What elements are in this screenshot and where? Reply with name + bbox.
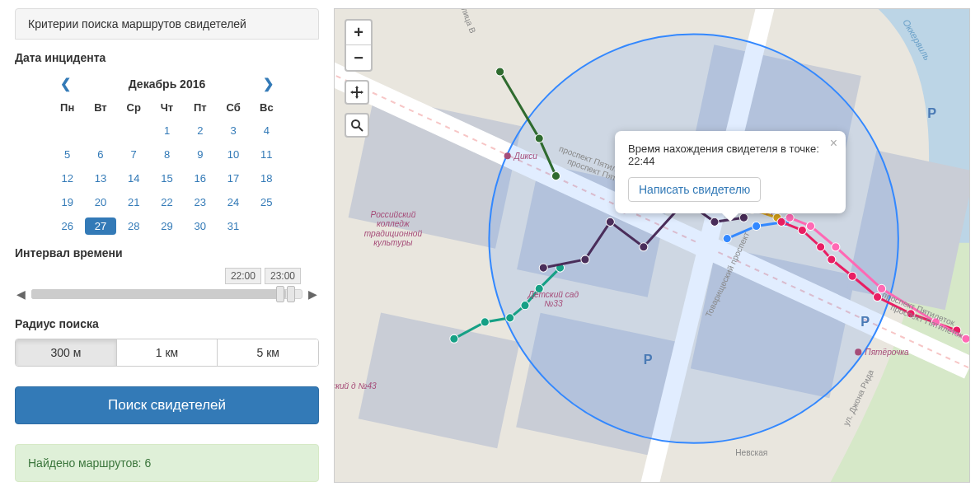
map-pane[interactable]: ДиксиМагнитДиксиПятёрочкаРоссийскийколле… xyxy=(334,8,970,483)
svg-point-11 xyxy=(551,172,560,180)
svg-point-29 xyxy=(753,222,761,230)
search-button[interactable]: Поиск свидетелей xyxy=(15,386,319,424)
radius-group: 300 м1 км5 км xyxy=(15,339,319,367)
calendar-day[interactable]: 11 xyxy=(251,146,282,163)
calendar-day[interactable]: 9 xyxy=(185,146,216,163)
svg-point-10 xyxy=(535,134,543,143)
move-icon xyxy=(350,86,363,99)
slider-fill xyxy=(31,289,286,299)
calendar-day[interactable]: 27 xyxy=(85,217,116,235)
slider-handle-to[interactable] xyxy=(287,286,295,302)
svg-point-44 xyxy=(962,334,969,343)
calendar-day[interactable]: 28 xyxy=(118,217,149,235)
svg-text:P: P xyxy=(927,105,936,120)
calendar-day[interactable]: 18 xyxy=(251,170,282,187)
svg-point-28 xyxy=(723,235,731,243)
calendar-day[interactable]: 16 xyxy=(185,170,216,187)
calendar-next-icon[interactable]: ❯ xyxy=(255,72,282,95)
calendar-day[interactable]: 12 xyxy=(52,170,83,187)
radius-label: Радиус поиска xyxy=(15,317,319,330)
calendar-title: Декабрь 2016 xyxy=(129,77,206,91)
calendar-day[interactable]: 24 xyxy=(218,194,249,211)
svg-point-15 xyxy=(521,302,529,310)
calendar-day[interactable]: 3 xyxy=(218,122,249,139)
calendar-day[interactable]: 4 xyxy=(251,122,282,139)
calendar-day[interactable]: 7 xyxy=(118,146,149,163)
zoom-control: + − xyxy=(345,19,373,72)
svg-point-35 xyxy=(848,272,856,280)
calendar-day[interactable]: 6 xyxy=(85,146,116,163)
calendar-day[interactable]: 30 xyxy=(185,217,216,235)
calendar-day[interactable]: 20 xyxy=(85,194,116,211)
calendar-day[interactable]: 25 xyxy=(251,194,282,211)
calendar-day[interactable]: 29 xyxy=(151,217,182,235)
svg-point-9 xyxy=(496,68,504,76)
calendar-day[interactable]: 15 xyxy=(151,170,182,187)
calendar-day[interactable]: 21 xyxy=(118,194,149,211)
svg-text:Дикси: Дикси xyxy=(513,152,537,161)
witness-popup: × Время нахождения свидетеля в точке: 22… xyxy=(615,131,846,213)
calendar-day[interactable]: 8 xyxy=(151,146,182,163)
map-search-button[interactable] xyxy=(345,113,369,138)
svg-point-32 xyxy=(798,226,806,234)
calendar-day[interactable]: 22 xyxy=(151,194,182,211)
svg-point-23 xyxy=(710,217,719,226)
calendar-dow: Ср xyxy=(118,100,149,115)
radius-option[interactable]: 5 км xyxy=(218,339,318,366)
zoom-in-button[interactable]: + xyxy=(346,21,371,45)
calendar-day[interactable]: 17 xyxy=(218,170,249,187)
svg-point-41 xyxy=(832,243,840,251)
map-canvas[interactable]: ДиксиМагнитДиксиПятёрочкаРоссийскийколле… xyxy=(335,9,969,483)
svg-point-18 xyxy=(539,264,547,272)
calendar-day[interactable]: 26 xyxy=(52,217,83,235)
slider-left-icon[interactable]: ◀ xyxy=(16,288,26,301)
svg-text:культуры: культуры xyxy=(373,238,413,247)
close-icon[interactable]: × xyxy=(830,136,837,151)
svg-text:P: P xyxy=(860,314,870,329)
pan-button[interactable] xyxy=(345,80,369,105)
calendar-day[interactable]: 19 xyxy=(52,194,83,211)
calendar-day[interactable]: 31 xyxy=(218,217,249,235)
slider-right-icon[interactable]: ▶ xyxy=(308,288,317,301)
svg-text:№33: №33 xyxy=(544,299,563,308)
calendar-dow: Вт xyxy=(85,100,116,115)
radius-option[interactable]: 1 км xyxy=(117,339,218,366)
svg-point-36 xyxy=(873,292,881,301)
calendar-day[interactable]: 5 xyxy=(52,146,83,163)
zoom-out-button[interactable]: − xyxy=(346,45,371,70)
radius-option[interactable]: 300 м xyxy=(16,339,117,366)
time-from-label: 22:00 xyxy=(225,268,261,284)
svg-point-13 xyxy=(481,318,489,326)
contact-witness-button[interactable]: Написать свидетелю xyxy=(628,177,761,202)
calendar: ❮ Декабрь 2016 ❯ ПнВтСрЧтПтСбВс...123456… xyxy=(52,72,283,235)
time-to-label: 23:00 xyxy=(265,268,301,284)
svg-line-73 xyxy=(359,127,363,131)
calendar-day[interactable]: 23 xyxy=(185,194,216,211)
result-alert: Найдено маршрутов: 6 xyxy=(15,444,319,482)
svg-point-72 xyxy=(352,120,359,128)
calendar-day[interactable]: 10 xyxy=(218,146,249,163)
svg-point-12 xyxy=(450,334,458,343)
popup-tip xyxy=(722,213,739,222)
svg-point-33 xyxy=(817,243,825,251)
time-slider[interactable]: 22:00 23:00 ◀ ▶ xyxy=(15,268,319,306)
slider-handle-from[interactable] xyxy=(276,286,284,302)
calendar-day[interactable]: 1 xyxy=(151,122,182,139)
calendar-dow: Чт xyxy=(151,100,182,115)
svg-text:Пятёрочка: Пятёрочка xyxy=(865,348,909,357)
calendar-dow: Пн xyxy=(52,100,83,115)
svg-point-46 xyxy=(504,152,511,159)
calendar-day[interactable]: 14 xyxy=(118,170,149,187)
date-label: Дата инцидента xyxy=(15,51,319,64)
svg-text:Невская: Невская xyxy=(735,448,767,457)
calendar-dow: Пт xyxy=(185,100,216,115)
search-icon xyxy=(350,119,363,132)
svg-point-52 xyxy=(855,348,861,355)
interval-label: Интервал времени xyxy=(15,246,319,260)
svg-point-14 xyxy=(506,314,514,322)
criteria-sidebar: Критерии поиска маршрутов свидетелей Дат… xyxy=(0,0,334,491)
calendar-day[interactable]: 2 xyxy=(185,122,216,139)
svg-point-21 xyxy=(640,243,648,251)
calendar-day[interactable]: 13 xyxy=(85,170,116,187)
calendar-prev-icon[interactable]: ❮ xyxy=(52,72,79,95)
